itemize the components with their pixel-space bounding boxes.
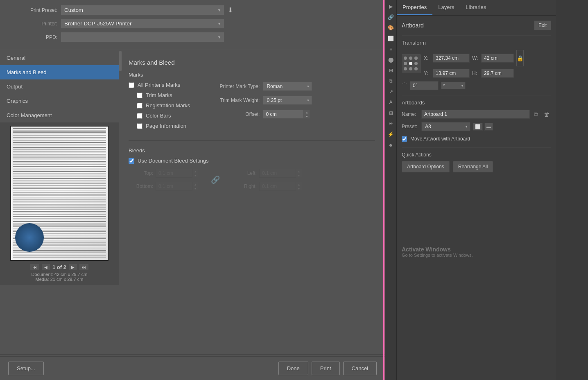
marks-checkboxes: All Printer's Marks Trim Marks Registrat… (129, 82, 190, 132)
download-icon[interactable]: ⬇ (228, 6, 233, 14)
club-icon[interactable]: ♣ (386, 140, 396, 150)
rearrange-all-button[interactable]: Rearrange All (453, 161, 493, 172)
plug-icon[interactable]: ⚡ (386, 129, 396, 139)
preview-line (13, 214, 106, 215)
sun-icon[interactable]: ☀ (386, 119, 396, 129)
document-info: Document: 42 cm x 29.7 cm Media: 21 cm x… (32, 272, 88, 282)
use-document-bleed-checkbox[interactable] (129, 158, 134, 164)
preview-line (13, 209, 106, 210)
offset-input[interactable] (263, 110, 304, 119)
preview-line (13, 163, 106, 163)
exit-button[interactable]: Exit (534, 20, 551, 30)
bleed-bottom-increment[interactable]: ▲ (192, 182, 198, 186)
table-icon[interactable]: ⊞ (386, 108, 396, 118)
preview-line (13, 181, 106, 182)
move-artwork-checkbox[interactable] (402, 136, 407, 142)
trim-mark-weight-select[interactable]: 0.25 pt (263, 96, 312, 105)
marks-bleed-panel: Marks and Bleed Marks All Printer's Mark… (119, 51, 385, 353)
preview-area: ⏮ ◀ 1 of 2 ▶ ⏭ Document: 42 cm x 29.7 cm… (0, 122, 119, 285)
palette-icon[interactable]: 🎨 (386, 23, 396, 33)
bleed-bottom-decrement[interactable]: ▼ (192, 186, 198, 190)
sidebar-item-marks-bleed[interactable]: Marks and Bleed (0, 65, 119, 79)
tab-layers[interactable]: Layers (432, 0, 460, 15)
circle-icon[interactable]: ⬤ (386, 55, 396, 65)
bleed-left-input[interactable] (259, 169, 296, 178)
sidebar-item-graphics[interactable]: Graphics (0, 94, 119, 108)
artboards-section-title: Artboards (402, 100, 551, 106)
bleed-top-increment[interactable]: ▲ (192, 169, 198, 173)
expand-icon[interactable]: ⊞ (386, 66, 396, 75)
artboard-landscape-button[interactable]: ▬ (484, 123, 493, 131)
tab-properties[interactable]: Properties (397, 0, 432, 15)
preview-line (13, 192, 106, 193)
registration-marks-checkbox[interactable] (137, 103, 142, 109)
artboard-portrait-button[interactable]: ⬜ (473, 123, 483, 131)
bleed-left-increment[interactable]: ▲ (296, 169, 302, 173)
sidebar-item-output[interactable]: Output (0, 79, 119, 94)
done-button[interactable]: Done (278, 362, 308, 375)
first-page-button[interactable]: ⏮ (30, 264, 39, 270)
setup-button[interactable]: Setup... (8, 362, 44, 375)
transform-reference-point[interactable] (402, 54, 421, 73)
bleed-bottom-input[interactable] (156, 182, 192, 191)
link-icon[interactable]: 🔗 (386, 12, 396, 22)
bleed-left-decrement[interactable]: ▼ (296, 173, 302, 177)
bleed-bottom-label: Bottom: (129, 183, 153, 189)
lock-proportions-button[interactable]: 🔒 (516, 50, 524, 66)
prev-page-button[interactable]: ◀ (42, 264, 50, 270)
bleed-right-input[interactable] (259, 182, 296, 191)
y-input[interactable] (433, 69, 470, 78)
sidebar-item-color-management[interactable]: Color Management (0, 108, 119, 122)
cancel-button[interactable]: Cancel (343, 362, 377, 375)
trim-marks-checkbox[interactable] (137, 93, 142, 98)
all-printers-checkbox[interactable] (129, 82, 134, 88)
preview-line (13, 197, 106, 198)
preview-line (13, 138, 106, 139)
color-bars-checkbox[interactable] (137, 113, 142, 119)
transform-title: Transform (402, 40, 551, 46)
printer-mark-type-select[interactable]: Roman (263, 82, 312, 91)
angle-input[interactable] (410, 81, 439, 90)
use-document-bleed-label: Use Document Bleed Settings (138, 158, 208, 164)
last-page-button[interactable]: ⏭ (79, 264, 88, 270)
print-button[interactable]: Print (312, 362, 340, 375)
tab-libraries[interactable]: Libraries (460, 0, 492, 15)
menu-lines-icon[interactable]: ≡ (386, 44, 396, 54)
artboard-options-button[interactable]: Artboard Options (402, 161, 450, 172)
w-input[interactable] (481, 54, 514, 63)
page-information-checkbox[interactable] (137, 123, 142, 129)
preview-line (13, 254, 106, 255)
ref-point-br (414, 67, 418, 70)
preview-line (13, 216, 106, 217)
offset-decrement[interactable]: ▼ (304, 114, 310, 118)
bleed-right-increment[interactable]: ▲ (296, 182, 302, 186)
shape-icon[interactable]: ⬜ (386, 34, 396, 43)
ppd-select[interactable] (61, 32, 224, 42)
preset-select[interactable]: A3 (421, 122, 470, 131)
artboard-copy-button[interactable]: ⧉ (532, 110, 540, 119)
preview-line (13, 130, 106, 131)
bleed-right-decrement[interactable]: ▼ (296, 186, 302, 190)
artboard-name-input[interactable] (421, 110, 530, 119)
w-label: W: (472, 55, 479, 61)
artboard-title: Artboard (402, 22, 424, 29)
angle-unit-select[interactable]: ° (441, 82, 466, 89)
printer-select-wrapper: Brother DCP-J525W Printer (61, 18, 224, 29)
next-page-button[interactable]: ▶ (69, 264, 77, 270)
text-icon[interactable]: A (386, 97, 396, 107)
copy-icon[interactable]: ⧉ (386, 76, 396, 86)
preview-line (13, 145, 106, 146)
sidebar-item-general[interactable]: General (0, 51, 119, 65)
bleed-top-decrement[interactable]: ▼ (192, 173, 198, 177)
print-preset-select[interactable]: Custom (61, 5, 224, 15)
preview-line (13, 147, 106, 148)
play-icon[interactable]: ▶ (386, 2, 396, 11)
bleed-top-input[interactable] (156, 169, 192, 178)
printer-select[interactable]: Brother DCP-J525W Printer (61, 18, 224, 29)
export-icon[interactable]: ↗ (386, 87, 396, 97)
preview-line (13, 170, 106, 170)
x-input[interactable] (433, 54, 470, 63)
artboard-delete-button[interactable]: 🗑 (542, 110, 551, 118)
h-input[interactable] (481, 69, 514, 78)
offset-increment[interactable]: ▲ (304, 110, 310, 114)
